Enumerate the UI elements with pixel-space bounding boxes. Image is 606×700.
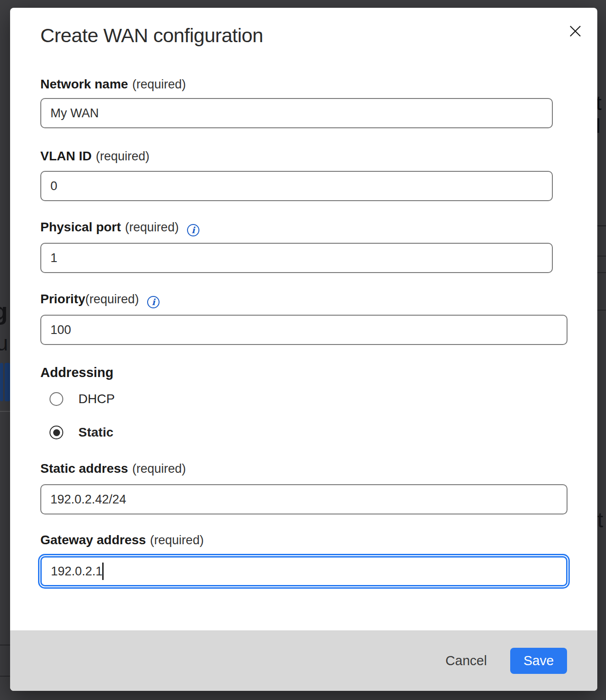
dialog-title: Create WAN configuration (40, 24, 263, 47)
vlan-id-label: VLAN ID(required) (40, 149, 149, 164)
static-address-label: Static address(required) (40, 461, 186, 477)
radio-unselected-icon[interactable] (50, 392, 63, 406)
radio-option-dhcp[interactable]: DHCP (50, 392, 115, 406)
radio-label: Static (78, 425, 113, 440)
background-divider (0, 676, 10, 677)
radio-selected-icon[interactable] (50, 426, 63, 439)
label-text: Network name (40, 77, 128, 91)
background-divider (597, 272, 606, 273)
dialog-footer: Cancel Save (10, 630, 597, 691)
vlan-id-input[interactable] (40, 171, 553, 201)
addressing-heading: Addressing (40, 365, 114, 380)
required-text: (required) (150, 533, 204, 547)
label-text: Gateway address (40, 533, 146, 547)
label-text: Priority (40, 292, 85, 306)
text-cursor (102, 563, 104, 580)
background-blue-button-fragment (0, 363, 3, 401)
info-icon[interactable]: i (187, 224, 199, 236)
background-divider (597, 225, 606, 226)
background-divider (0, 645, 10, 645)
radio-option-static[interactable]: Static (50, 425, 113, 440)
background-divider (597, 256, 606, 257)
background-text-fragment: t (597, 508, 603, 532)
physical-port-label: Physical port(required)i (40, 220, 199, 235)
required-text: (required) (125, 220, 179, 234)
physical-port-input[interactable] (40, 243, 553, 273)
save-button[interactable]: Save (510, 648, 567, 674)
radio-dot (53, 429, 60, 436)
priority-label: Priority(required)i (40, 292, 160, 307)
gateway-address-input[interactable] (40, 556, 567, 586)
static-address-input[interactable] (40, 484, 567, 514)
close-button[interactable] (565, 21, 585, 41)
gateway-address-label: Gateway address(required) (40, 533, 204, 548)
close-icon (568, 24, 583, 38)
label-text: VLAN ID (40, 149, 92, 163)
background-divider (0, 411, 10, 412)
required-text: (required) (132, 462, 186, 476)
background-blue-button-fragment (5, 363, 10, 401)
required-text: (required) (96, 149, 149, 163)
background-text-fragment: u (0, 331, 8, 355)
label-text: Physical port (40, 220, 121, 234)
required-text: (required) (85, 292, 139, 306)
background-divider (597, 310, 606, 311)
label-text: Static address (40, 461, 128, 476)
screen: g u t l t Create WAN configuration Netwo… (0, 0, 606, 700)
radio-label: DHCP (78, 392, 115, 406)
priority-input[interactable] (40, 315, 567, 345)
info-icon[interactable]: i (147, 296, 160, 308)
create-wan-dialog: Create WAN configuration Network name(re… (10, 8, 597, 691)
network-name-input[interactable] (40, 98, 553, 128)
background-text-fragment: g (0, 297, 8, 325)
required-text: (required) (132, 77, 186, 91)
network-name-label: Network name(required) (40, 77, 186, 93)
cancel-button[interactable]: Cancel (434, 648, 498, 674)
background-text-fragment: t l (596, 92, 606, 137)
